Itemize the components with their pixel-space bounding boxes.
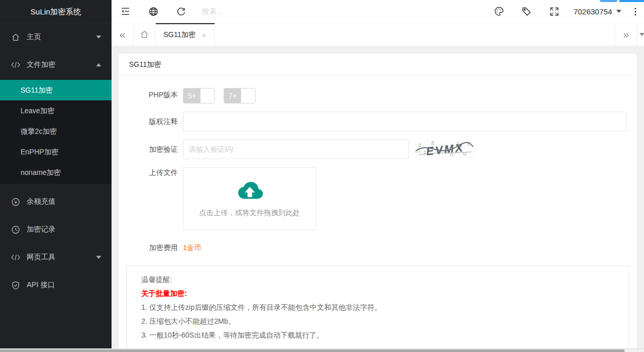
topbar: 702630754 ⋮ [112,0,644,23]
upload-label: 上传文件 [124,167,178,230]
sidebar-item-label: 加密记录 [27,225,56,234]
theme-button[interactable] [485,0,513,23]
shield-check-icon [11,281,20,290]
search-input[interactable] [202,7,315,15]
caret-down-icon [616,10,621,13]
chevrons-right-icon: » [623,28,629,41]
chevrons-left-icon: « [119,28,125,41]
topbar-right: 702630754 ⋮ [485,0,644,23]
fee-value: 1金币 [183,242,201,253]
fee-label: 加密费用 [124,242,178,253]
language-button[interactable] [139,0,167,23]
sidebar-item-sg11[interactable]: SG11加密 [0,80,112,100]
collapse-sidebar-button[interactable] [112,0,139,23]
sidebar-item-file-encryption[interactable]: 文件加密 [0,51,112,79]
loading-bar [600,0,644,2]
palette-icon [494,6,504,16]
notice-box: 温馨提醒: 关于批量加密: 1. 仅支持上传zip后缀的压缩文件，所有目录不能包… [126,266,629,352]
fullscreen-icon [549,7,559,16]
refresh-button[interactable] [167,0,195,23]
sidebar-item-label: 余额充值 [27,197,56,206]
more-vertical-icon: ⋮ [631,6,640,17]
sidebar-item-label: API 接口 [27,280,54,290]
sidebar-item-noname[interactable]: noname加密 [0,162,112,183]
tab-sg11[interactable]: SG11加密 × [156,23,215,46]
php-version-row: PHP版本 5+ 7+ [124,86,632,103]
cloud-upload-icon [235,180,264,201]
svg-text:a: a [418,142,421,148]
sidebar-item-records[interactable]: 加密记录 [0,216,112,243]
caret-down-icon [96,256,101,259]
sidebar-item-balance[interactable]: ¥ 余额充值 [0,188,112,216]
captcha-image[interactable]: a t 8 m u e 4 n EVMX [414,139,475,159]
php-version-controls: 5+ 7+ [183,86,632,103]
svg-text:¥: ¥ [14,199,17,204]
php-version-label: PHP版本 [124,86,178,103]
php7-switch[interactable]: 7+ [224,88,255,103]
chevron-down-icon [639,33,644,36]
tag-icon [522,7,531,16]
file-encryption-submenu: SG11加密 Leave加密 微擎2c加密 EnPHP加密 noname加密 [0,79,112,184]
fee-row: 加密费用 1金币 [124,242,632,253]
notice-title: 温馨提醒: [141,273,614,287]
notice-line: 2. 压缩包大小不能超过2Mb。 [141,314,614,328]
card-title: SG11加密 [119,54,637,76]
sidebar-item-weiqin2c[interactable]: 微擎2c加密 [0,121,112,142]
username-label: 702630754 [574,7,612,16]
card-body: PHP版本 5+ 7+ 版权注释 [119,76,637,352]
copyright-label: 版权注释 [124,112,178,131]
page-card: SG11加密 PHP版本 5+ 7+ [119,54,637,352]
code-icon [11,61,20,69]
caret-down-icon [96,36,101,39]
sidebar-item-home[interactable]: 主页 [0,23,112,51]
sidebar-item-enphp[interactable]: EnPHP加密 [0,142,112,162]
horizontal-scrollbar[interactable] [0,348,644,352]
home-icon [11,33,20,42]
sidebar-item-label: 文件加密 [27,60,56,69]
clock-icon [11,225,20,234]
globe-icon [149,7,158,16]
sidebar-item-webtools[interactable]: 网页工具 [0,243,112,271]
switch-knob [241,89,255,103]
upload-hint: 点击上传，或将文件拖拽到此处 [199,208,300,218]
copyright-input[interactable] [183,112,627,131]
user-menu[interactable]: 702630754 [568,0,627,23]
switch-knob [200,89,214,103]
notice-line: 3. 一般10秒-60S出结果，等待加密完成自动下载就行了。 [141,328,614,342]
tag-button[interactable] [513,0,541,23]
tab-home[interactable] [134,23,156,46]
app-window: SuLin加密系统 主页 文件加密 SG11加密 Leave加密 微擎2c加密 … [0,0,644,352]
upload-dropzone[interactable]: 点击上传，或将文件拖拽到此处 [183,167,316,230]
captcha-input[interactable] [183,139,409,159]
captcha-label: 加密验证 [124,139,178,159]
scrollbar-thumb[interactable] [0,349,624,352]
copyright-row: 版权注释 [124,112,632,131]
main-content: SG11加密 PHP版本 5+ 7+ [112,46,644,352]
app-logo: SuLin加密系统 [0,0,112,23]
switch-label: 7+ [224,89,241,103]
tab-label: SG11加密 [163,30,196,40]
tab-options-button[interactable] [637,23,644,46]
captcha-row: 加密验证 a t 8 m u e 4 n E [124,139,632,159]
code-icon [11,253,20,262]
yen-circle-icon: ¥ [11,198,20,206]
notice-line: 1. 仅支持上传zip后缀的压缩文件，所有目录不能包含中文和其他非法字符。 [141,301,614,314]
sidebar-item-api[interactable]: API 接口 [0,271,112,299]
more-menu-button[interactable]: ⋮ [627,0,644,23]
close-icon[interactable]: × [202,31,207,40]
php5-switch[interactable]: 5+ [183,88,215,103]
sidebar-item-leave[interactable]: Leave加密 [0,100,112,121]
sidebar-item-label: 主页 [27,32,41,42]
outdent-icon [120,6,131,16]
scroll-tabs-right-button[interactable]: » [615,23,637,46]
upload-row: 上传文件 点击上传，或将文件拖拽到此处 [124,167,632,230]
sidebar: SuLin加密系统 主页 文件加密 SG11加密 Leave加密 微擎2c加密 … [0,0,112,352]
loading-bar-segment [600,0,617,2]
home-icon [140,30,149,39]
refresh-icon [176,7,186,16]
fullscreen-button[interactable] [541,0,568,23]
tabbar: « SG11加密 × » [112,23,644,46]
sidebar-item-label: 网页工具 [27,253,56,262]
scroll-tabs-left-button[interactable]: « [112,23,134,46]
notice-subtitle: 关于批量加密: [141,287,614,301]
